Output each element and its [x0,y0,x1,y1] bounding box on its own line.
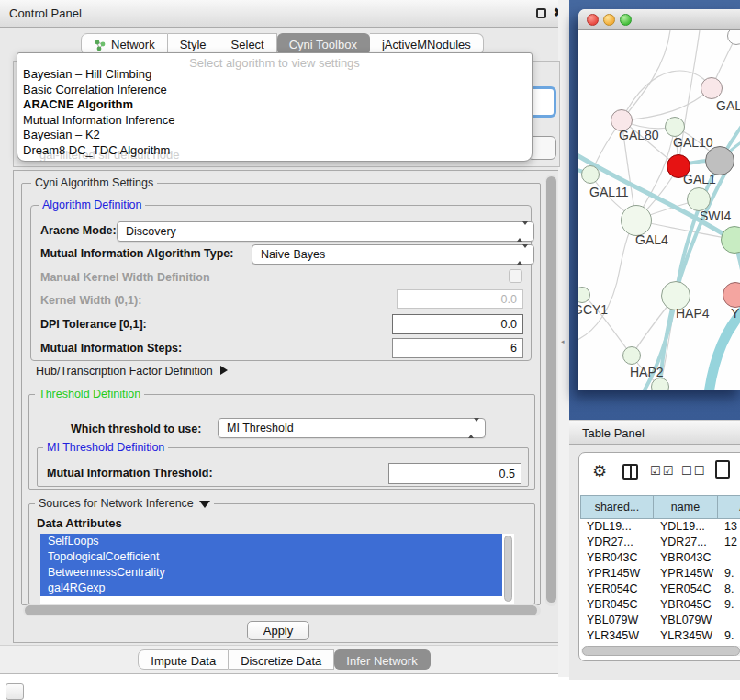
node-label-salmon-node: Y [731,306,739,321]
node-hap2[interactable] [622,346,641,365]
table-panel-titlebar[interactable]: Table Panel [569,420,740,445]
table-cell: YIL052C [580,644,654,645]
tab-impute-data[interactable]: Impute Data [138,649,229,670]
network-canvas[interactable]: GALGAL80GAL10GAL1GAL11SWI4GAL4GCY1HAP4YH… [578,30,740,390]
node-label-gcy1: GCY1 [578,302,608,317]
table-row[interactable]: YBR043CYBR043C [580,550,740,566]
table-cell: YPR145W [654,566,718,581]
group-title: MI Threshold Definition [43,441,168,454]
settings-vertical-scrollbar[interactable] [545,175,557,606]
algorithm-option-dream8-dc-tdc-algorithm[interactable]: Dream8 DC_TDC Algorithm [17,143,532,159]
node-bottom-partial[interactable] [651,378,669,390]
hub-definition-expander[interactable]: Hub/Transcription Factor Definition [36,365,228,378]
unchecked-columns-icon[interactable]: ☐☐ [681,464,706,478]
tab-label: Infer Network [346,654,417,668]
mi-steps-label: Mutual Information Steps: [40,342,182,355]
table-row[interactable]: YPR145WYPR145W9. [580,566,740,581]
hub-definition-label: Hub/Transcription Factor Definition [36,365,213,378]
scrollbar-thumb[interactable] [504,536,512,602]
network-view-window[interactable]: GALGAL80GAL10GAL1GAL11SWI4GAL4GCY1HAP4YH… [578,9,740,390]
table-row[interactable]: YDR27...YDR27...12 [580,535,740,550]
table-cell: YBL079W [580,613,654,628]
minimize-traffic-light-icon[interactable] [603,14,615,26]
bottom-corner-button[interactable] [6,683,24,700]
mi-algorithm-type-label: Mutual Information Algorithm Type: [40,247,233,260]
table-row[interactable]: YBR045CYBR045C9. [580,597,740,613]
which-threshold-value: MI Threshold [227,422,294,435]
settings-horizontal-scrollbar[interactable] [23,604,541,616]
node-label-gal10: GAL10 [673,135,713,150]
table-row[interactable]: YLR345WYLR345W9. [580,628,740,644]
stepper-icon [468,422,479,435]
scrollbar-thumb[interactable] [582,646,740,656]
table-cell: YER054C [580,581,654,597]
mi-threshold-input[interactable]: 0.5 [388,463,521,484]
column-header-shared[interactable]: shared... [580,495,654,519]
algorithm-option-bayesian-k2[interactable]: Bayesian – K2 [17,128,532,143]
aracne-mode-select[interactable]: Discovery [117,221,534,242]
node-gal10[interactable] [665,117,685,137]
algorithm-option-basic-correlation-inference[interactable]: Basic Correlation Inference [17,83,532,98]
dpi-tolerance-input[interactable]: 0.0 [392,314,523,334]
settings-gear-icon[interactable]: ⚙ [592,461,607,481]
node-label-hap4: HAP4 [676,306,710,321]
close-traffic-light-icon[interactable] [587,14,599,26]
algorithm-option-bayesian-hill-climbing[interactable]: Bayesian – Hill Climbing [17,67,532,83]
node-label-gal4: GAL4 [635,232,668,247]
attribute-item-topologicalcoefficient[interactable]: TopologicalCoefficient [40,549,502,565]
group-title: Cyni Algorithm Settings [31,176,157,189]
scrollbar-thumb[interactable] [546,176,556,603]
mi-algorithm-type-select[interactable]: Naive Bayes [252,244,534,265]
table-cell [718,613,740,628]
split-columns-icon[interactable] [622,464,638,480]
sources-title: Sources for Network Inference [39,497,194,510]
mi-steps-input[interactable]: 6 [392,338,523,358]
table-cell: YBR043C [654,550,718,566]
network-window-titlebar[interactable] [578,9,740,30]
column-header-a[interactable]: A [718,495,740,519]
list-scrollbar[interactable] [503,535,513,603]
control-panel-title: Control Panel [9,6,82,20]
table-row[interactable]: YDL19...YDL19...13 [580,519,740,535]
control-panel-titlebar[interactable]: Control Panel ✖ [0,0,568,28]
control-panel-window: Control Panel ✖ NetworkStyleSelectCyni T… [0,0,569,674]
bottom-tab-bar: Impute DataDiscretize DataInfer Network [0,645,568,673]
node-gal3[interactable] [701,77,723,99]
tab-label: Select [231,38,264,51]
tab-discretize-data[interactable]: Discretize Data [229,649,334,670]
table-cell: 13 [718,519,740,535]
tab-infer-network[interactable]: Infer Network [334,649,430,670]
float-window-icon[interactable] [536,8,546,18]
table-row[interactable]: YBL079WYBL079W [580,613,740,628]
node-gal11[interactable] [581,165,600,184]
attribute-item-betweennesscentrality[interactable]: BetweennessCentrality [40,565,502,581]
apply-button[interactable]: Apply [247,621,309,640]
document-icon[interactable] [715,460,730,479]
algorithm-option-mutual-information-inference[interactable]: Mutual Information Inference [17,113,532,129]
which-threshold-select[interactable]: MI Threshold [218,418,486,438]
divider-collapse-icon[interactable]: ◂ [561,338,565,345]
data-attributes-list[interactable]: SelfLoopsTopologicalCoefficientBetweenne… [40,534,514,604]
kernel-width-input[interactable]: 0.0 [397,289,523,309]
node-label-gal3: GAL [716,98,740,113]
table-row[interactable]: YIL052CYIL052C9. [580,644,740,645]
column-header-name[interactable]: name [654,495,718,519]
table-cell: YLR345W [580,628,654,644]
aracne-mode-value: Discovery [126,225,176,238]
algorithm-option-aracne-algorithm[interactable]: ARACNE Algorithm [17,97,532,113]
sources-expander[interactable]: Sources for Network Inference [35,497,214,510]
zoom-traffic-light-icon[interactable] [620,14,632,26]
mi-threshold-value: 0.5 [499,468,515,480]
scrollbar-thumb[interactable] [25,605,537,615]
checked-columns-icon[interactable]: ☑☑ [650,464,675,478]
table-cell: YIL052C [654,644,718,645]
table-cell: 9. [718,566,740,581]
table-horizontal-scrollbar[interactable] [581,646,740,656]
manual-kernel-checkbox[interactable] [509,269,522,283]
attribute-item-gal4rgexp[interactable]: gal4RGexp [40,581,502,596]
attribute-item-selfloops[interactable]: SelfLoops [40,534,502,549]
node-gal4[interactable] [621,205,652,236]
table-row[interactable]: YER054CYER054C8. [580,581,740,597]
aracne-mode-label: Aracne Mode: [40,224,117,237]
table-cell: YDL19... [654,519,718,535]
